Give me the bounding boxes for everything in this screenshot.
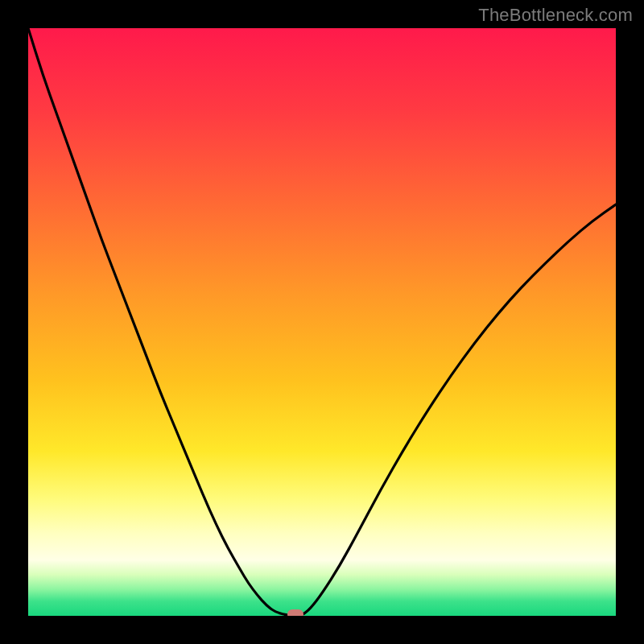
curve-layer — [28, 28, 616, 616]
chart-frame: TheBottleneck.com — [0, 0, 644, 644]
optimal-marker — [287, 609, 303, 616]
bottleneck-curve — [28, 28, 616, 616]
plot-area — [28, 28, 616, 616]
watermark-text: TheBottleneck.com — [478, 5, 633, 26]
